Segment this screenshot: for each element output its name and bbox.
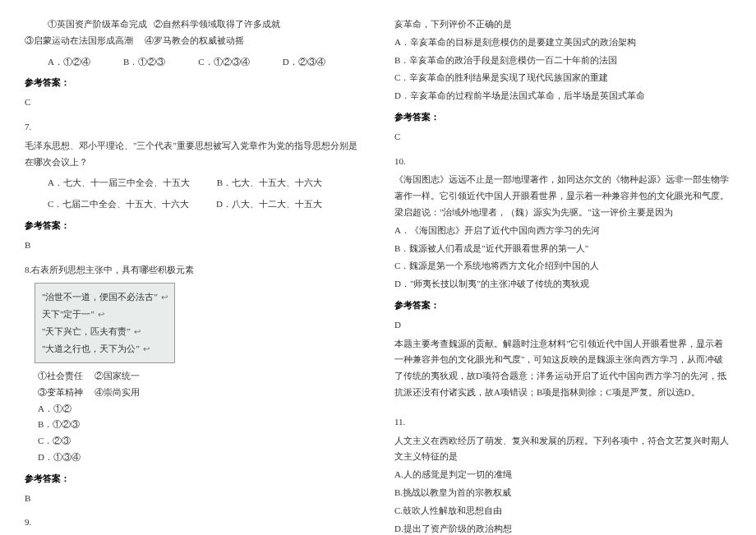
q8-answer-label: 参考答案： <box>25 471 362 487</box>
q11-optB: B.挑战以教皇为首的宗教权威 <box>394 485 731 501</box>
q7-body: 毛泽东思想、邓小平理论、"三个代表"重要思想被写入党章作为党的指导思想分别是在哪… <box>25 138 362 171</box>
q8-options: A．①② B．①②③ C．②③ D．①③④ <box>25 401 362 466</box>
q9-answer: C <box>394 129 731 145</box>
q6-answer: C <box>25 95 362 111</box>
q7-answer-label: 参考答案： <box>25 218 362 234</box>
q6-optC: C．①②③④ <box>198 54 249 71</box>
q6-optA: A．①②④ <box>48 54 90 71</box>
q8-items-row2: ③变革精神 ④崇尚实用 <box>25 385 362 401</box>
q8-item1: ①社会责任 <box>38 371 83 380</box>
q7-options-row2: C．七届二中全会、十五大、十六大 D．八大、十二大、十五大 <box>25 196 362 213</box>
q10-number: 10. <box>394 154 731 170</box>
q8-quote3: "天下兴亡，匹夫有责"↩ <box>42 323 168 340</box>
q8-item2: ②国家统一 <box>94 371 140 380</box>
q10-answer-label: 参考答案： <box>394 297 731 314</box>
q9-cont: 亥革命，下列评价不正确的是 <box>394 16 731 33</box>
q7-optC: C．七届二中全会、十五大、十六大 <box>48 196 189 213</box>
q6-item4: ④罗马教会的权威被动摇 <box>145 35 244 45</box>
q6-optB: B．①②③ <box>123 54 165 71</box>
q7-answer: B <box>25 238 362 254</box>
q8-body: 8.右表所列思想主张中，具有哪些积极元素 <box>25 262 362 279</box>
left-column: ①英国资产阶级革命完成 ②自然科学领域取得了许多成就 ③启蒙运动在法国形成高潮 … <box>25 16 362 535</box>
q9-answer-label: 参考答案： <box>394 109 731 126</box>
q7-optD: D．八大、十二大、十五大 <box>216 196 322 213</box>
q11-number: 11. <box>394 414 731 431</box>
q10-optC: C．魏源是第一个系统地将西方文化介绍到中国的人 <box>394 258 731 274</box>
q7-optB: B．七大、十五大、十六大 <box>217 175 322 191</box>
right-column: 亥革命，下列评价不正确的是 A．辛亥革命的目标是刻意模仿的是要建立美国式的政治架… <box>394 16 731 535</box>
q6-options: A．①②④ B．①②③ C．①②③④ D．②③④ <box>25 54 362 71</box>
q8-item3: ③变革精神 <box>38 387 83 397</box>
q6-optD: D．②③④ <box>283 54 325 71</box>
q7-options-row1: A．七大、十一届三中全会、十五大 B．七大、十五大、十六大 <box>25 175 362 191</box>
q8-optA: A．①② <box>25 401 362 417</box>
q6-items-line2: ③启蒙运动在法国形成高潮 ④罗马教会的权威被动摇 <box>25 33 362 49</box>
q9-optC: C．辛亥革命的胜利结果是实现了现代民族国家的重建 <box>394 70 731 86</box>
q9-number: 9. <box>25 514 362 531</box>
q8-item4: ④崇尚实用 <box>94 387 140 397</box>
q6-items: ①英国资产阶级革命完成 ②自然科学领域取得了许多成就 <box>25 16 362 33</box>
q6-item1: ①英国资产阶级革命完成 <box>48 19 147 29</box>
q9-optD: D．辛亥革命的过程前半场是法国式革命，后半场是英国式革命 <box>394 88 731 104</box>
q10-optB: B．魏源被人们看成是"近代开眼看世界的第一人" <box>394 241 731 257</box>
q6-item3: ③启蒙运动在法国形成高潮 <box>25 35 133 45</box>
q8-optC: C．②③ <box>25 433 362 450</box>
q11-optD: D.提出了资产阶级的政治构想 <box>394 521 731 535</box>
q8-quote4: "大道之行也，天下为公"↩ <box>42 340 168 357</box>
q8-items-row1: ①社会责任 ②国家统一 <box>25 368 362 385</box>
q8-quote-box: "治世不一道，便国不必法古"↩ 天下"定于一"↩ "天下兴亡，匹夫有责"↩ "大… <box>35 283 175 363</box>
q6-answer-label: 参考答案： <box>25 75 362 91</box>
q11-optA: A.人的感觉是判定一切的准绳 <box>394 467 731 483</box>
q8-optB: B．①②③ <box>25 417 362 433</box>
q8-answer: B <box>25 491 362 507</box>
q11-optC: C.鼓吹人性解放和思想自由 <box>394 503 731 519</box>
q7-number: 7. <box>25 119 362 136</box>
q8-optD: D．①③④ <box>25 450 362 466</box>
q7-optA: A．七大、十一届三中全会、十五大 <box>48 175 190 191</box>
q10-optD: D．"师夷长技以制夷"的主张冲破了传统的夷狄观 <box>394 276 731 293</box>
q9-optB: B．辛亥革命的政治手段是刻意模仿一百二十年前的法国 <box>394 53 731 69</box>
q9-optA: A．辛亥革命的目标是刻意模仿的是要建立美国式的政治架构 <box>394 35 731 51</box>
q8-quote1: "治世不一道，便国不必法古"↩ <box>42 288 168 306</box>
q10-answer: D <box>394 317 731 334</box>
q6-item2: ②自然科学领域取得了许多成就 <box>154 19 280 29</box>
q10-body: 《海国图志》远远不止是一部地理著作，如同达尔文的《物种起源》远非一部生物学著作一… <box>394 172 731 220</box>
q11-body: 人文主义在西欧经历了萌发、复兴和发展的历程。下列各项中，符合文艺复兴时期人文主义… <box>394 433 731 466</box>
q10-explain: 本题主要考查魏源的贡献。解题时注意材料"它引领近代中国人开眼看世界，显示着一种兼… <box>394 336 731 401</box>
q10-optA: A．《海国图志》开启了近代中国向西方学习的先河 <box>394 223 731 239</box>
q8-quote2: 天下"定于一"↩ <box>42 306 168 323</box>
